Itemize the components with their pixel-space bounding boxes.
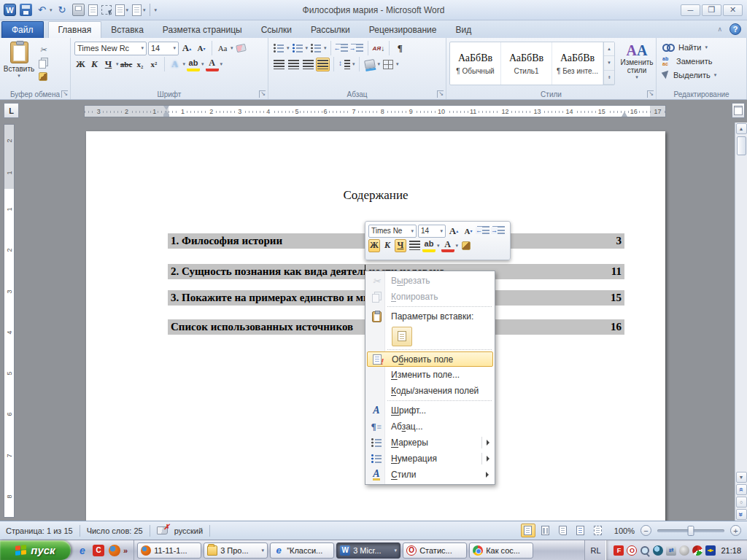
mini-underline-button[interactable]: Ч bbox=[395, 239, 406, 252]
language-indicator[interactable]: русский bbox=[174, 526, 203, 535]
word-count-indicator[interactable]: Число слов: 25 bbox=[87, 526, 143, 535]
mini-bold-button[interactable]: Ж bbox=[368, 239, 380, 252]
collapse-ribbon-icon[interactable]: ∧ bbox=[717, 26, 722, 33]
italic-button[interactable]: К bbox=[88, 58, 101, 71]
tab-insert[interactable]: Вставка bbox=[101, 22, 153, 38]
print-layout-view-button[interactable] bbox=[521, 524, 535, 537]
mini-font-size-combo[interactable]: 14▾ bbox=[418, 225, 446, 238]
tab-file[interactable]: Файл bbox=[1, 21, 44, 38]
menu-item-update-field[interactable]: Обновить поле bbox=[367, 351, 493, 367]
show-marks-button[interactable]: ¶ bbox=[393, 42, 406, 55]
increase-indent-button[interactable] bbox=[350, 42, 364, 55]
copy-button[interactable] bbox=[36, 57, 50, 69]
mini-format-painter-button[interactable] bbox=[460, 238, 473, 252]
clear-formatting-button[interactable] bbox=[235, 42, 248, 55]
mini-grow-font-button[interactable] bbox=[447, 224, 460, 238]
minimize-button[interactable]: ─ bbox=[681, 4, 700, 16]
change-styles-button[interactable]: AA Изменить стили ▾ bbox=[616, 40, 657, 89]
left-indent-marker[interactable] bbox=[163, 114, 169, 117]
shading-button[interactable] bbox=[363, 58, 376, 71]
fullscreen-reading-view-button[interactable] bbox=[538, 524, 553, 537]
menu-item-edit-field[interactable]: Изменить поле... bbox=[367, 367, 493, 383]
tab-mailings[interactable]: Рассылки bbox=[301, 22, 360, 38]
scrollbar-thumb[interactable] bbox=[737, 136, 746, 155]
change-case-button[interactable] bbox=[216, 42, 229, 55]
ie-quicklaunch-icon[interactable]: e bbox=[77, 545, 88, 556]
font-size-combo[interactable]: 14▾ bbox=[148, 42, 179, 55]
tab-home[interactable]: Главная bbox=[48, 21, 102, 38]
print-icon[interactable] bbox=[72, 4, 85, 16]
horizontal-ruler[interactable]: 3211234567891011121314151617 bbox=[84, 105, 666, 117]
styles-gallery-expand-icon[interactable]: ⇟ bbox=[604, 71, 614, 85]
taskbar-group-dropdown-icon[interactable]: ▾ bbox=[395, 548, 398, 553]
taskbar-clock[interactable]: 21:18 bbox=[721, 546, 741, 555]
paste-button[interactable]: Вставить ▾ bbox=[1, 40, 36, 89]
flashget-tray-icon[interactable]: F bbox=[614, 545, 624, 556]
borders-button[interactable] bbox=[382, 58, 395, 71]
vertical-ruler[interactable]: 2112345678 bbox=[4, 124, 15, 518]
mini-decrease-indent-button[interactable] bbox=[476, 224, 490, 238]
opera-tray-icon[interactable]: O bbox=[627, 545, 637, 556]
taskbar-button-ie-window[interactable]: e"Класси... bbox=[270, 542, 334, 559]
customize-qat-dropdown-icon[interactable]: ▾ bbox=[155, 7, 158, 13]
downloader-quicklaunch-icon[interactable]: C bbox=[93, 545, 104, 556]
menu-item-paragraph[interactable]: Абзац... bbox=[367, 419, 493, 435]
save-icon[interactable] bbox=[20, 4, 32, 16]
zoom-level[interactable]: 100% bbox=[614, 526, 635, 535]
menu-item-bullets[interactable]: Маркеры bbox=[367, 435, 493, 451]
zoom-slider-thumb[interactable] bbox=[688, 526, 694, 536]
scroll-up-button[interactable]: ▲ bbox=[736, 123, 747, 134]
undo-dropdown-icon[interactable]: ▾ bbox=[50, 7, 53, 13]
taskbar-group-dropdown-icon[interactable]: ▾ bbox=[262, 548, 265, 553]
previous-page-button[interactable]: » bbox=[736, 484, 747, 495]
new-document-icon[interactable] bbox=[88, 4, 98, 16]
format-painter-button[interactable] bbox=[36, 71, 50, 82]
multilevel-list-button[interactable] bbox=[309, 42, 322, 55]
grow-font-button[interactable] bbox=[180, 42, 193, 55]
paste-dropdown-icon[interactable]: ▾ bbox=[18, 73, 20, 79]
zoom-slider[interactable] bbox=[657, 529, 724, 532]
replace-button[interactable]: abac Заменить bbox=[658, 54, 745, 68]
mini-font-color-button[interactable]: А bbox=[441, 238, 454, 252]
mini-highlight-button[interactable]: ab bbox=[422, 238, 436, 252]
taskbar-button-firefox-window[interactable]: 11-11-1... bbox=[137, 542, 201, 559]
restore-button[interactable]: ❐ bbox=[702, 4, 721, 16]
zoom-in-button[interactable]: + bbox=[730, 525, 741, 536]
web-layout-view-button[interactable] bbox=[556, 524, 570, 537]
close-button[interactable]: ✕ bbox=[723, 4, 743, 16]
language-bar[interactable]: RL bbox=[584, 540, 606, 560]
text-effects-button[interactable]: А bbox=[169, 58, 182, 71]
text-highlight-button[interactable]: ab bbox=[187, 58, 200, 71]
subscript-button[interactable]: x₂ bbox=[134, 58, 147, 71]
find-button[interactable]: Найти▾ bbox=[658, 40, 745, 54]
styles-scroll-up-icon[interactable]: ▲ bbox=[604, 42, 614, 56]
numbering-button[interactable] bbox=[291, 42, 304, 55]
proofing-errors-icon[interactable] bbox=[157, 526, 168, 534]
start-button[interactable]: пуск bbox=[0, 540, 71, 560]
taskbar-button-word-group[interactable]: W3 Micr...▾ bbox=[336, 542, 400, 559]
pinwheel-tray-icon[interactable] bbox=[692, 545, 703, 556]
scroll-down-button[interactable]: ▼ bbox=[736, 472, 747, 483]
redo-icon[interactable]: ↻ bbox=[56, 4, 69, 16]
shrink-font-button[interactable] bbox=[195, 42, 208, 55]
ruler-toggle-button[interactable] bbox=[732, 103, 745, 118]
style-card-normal[interactable]: АаБбВв¶ Обычный bbox=[450, 42, 501, 85]
outline-view-button[interactable] bbox=[573, 524, 588, 537]
draft-view-button[interactable] bbox=[591, 524, 605, 537]
select-button[interactable]: Выделить▾ bbox=[658, 68, 745, 82]
menu-item-field-codes[interactable]: Коды/значения полей bbox=[367, 383, 493, 399]
page-indicator[interactable]: Страница: 1 из 15 bbox=[6, 526, 73, 535]
justify-button[interactable] bbox=[316, 58, 330, 71]
align-center-button[interactable] bbox=[287, 58, 300, 71]
mini-justify-button[interactable] bbox=[408, 238, 421, 252]
tab-review[interactable]: Рецензирование bbox=[360, 22, 446, 38]
taskbar-button-folder-group[interactable]: 3 Про...▾ bbox=[204, 542, 268, 559]
magnifier-tray-icon[interactable] bbox=[640, 545, 650, 556]
line-spacing-button[interactable] bbox=[338, 58, 351, 71]
style-card-style1[interactable]: АаБбВвСтиль1 bbox=[501, 42, 552, 85]
network-tray-icon[interactable] bbox=[705, 545, 716, 556]
undo-icon[interactable]: ↶ bbox=[36, 4, 48, 16]
mini-increase-indent-button[interactable] bbox=[492, 224, 506, 238]
quick-parts-icon[interactable] bbox=[115, 4, 125, 16]
bold-button[interactable]: Ж bbox=[74, 58, 87, 71]
